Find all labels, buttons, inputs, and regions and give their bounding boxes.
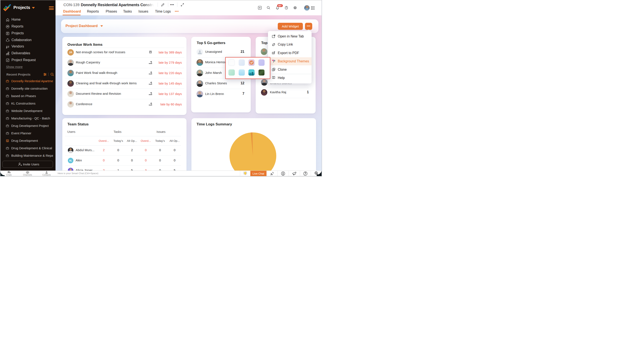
svg-text:?: ? [273, 77, 274, 78]
svg-text:PDF: PDF [272, 53, 274, 54]
